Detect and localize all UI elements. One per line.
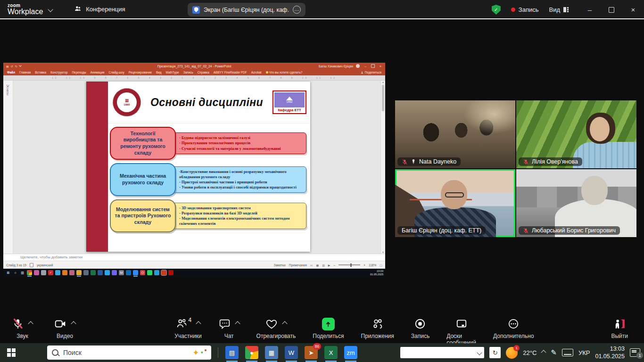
shared-screen-tab[interactable]: Экран (Багіш Єріцян (доц. каф. … <box>188 3 305 16</box>
tab-view[interactable]: Вид <box>156 71 162 74</box>
start-icon[interactable]: ⊞ <box>6 270 11 275</box>
audio-button[interactable]: Звук <box>12 318 33 339</box>
check-app-icon[interactable]: ✓ <box>48 270 53 275</box>
settings-icon[interactable] <box>83 270 89 275</box>
taskbar-clock[interactable]: 13:03 01.05.2025 <box>595 345 625 361</box>
tab-file[interactable]: Файл <box>7 71 15 74</box>
zoom-icon[interactable] <box>133 270 138 275</box>
word-icon[interactable] <box>98 270 103 275</box>
horizontal-ruler[interactable]: 12 · 11 · 10 · 9 · 8 · 7 · 6 · 5 · 4 · 3… <box>3 75 385 81</box>
tab-animations[interactable]: Анимация <box>91 71 105 74</box>
pen-icon[interactable]: ✎ <box>551 348 557 357</box>
tell-me-box[interactable]: Что вы хотите сделать? <box>266 71 303 74</box>
file-manager-icon[interactable]: ▤ <box>225 346 239 359</box>
participants-button[interactable]: 4 Участники <box>174 318 201 346</box>
onedrive-icon[interactable] <box>105 270 110 275</box>
action-center-icon[interactable]: 1 <box>630 348 640 357</box>
normal-view-icon[interactable]: ▭ <box>310 263 313 267</box>
scroll-down-icon[interactable]: ▼ <box>382 251 384 254</box>
excel-icon[interactable] <box>91 270 96 275</box>
taskbar-search[interactable]: Поиск ✦✦ <box>47 346 211 360</box>
word-icon[interactable]: W <box>285 346 298 359</box>
tab-acrobat[interactable]: Acrobat <box>251 71 262 74</box>
ppt-share-button[interactable]: Поделиться <box>361 71 381 74</box>
mail-icon[interactable] <box>55 270 60 275</box>
acrobat-icon[interactable] <box>168 270 173 275</box>
chrome-icon[interactable] <box>27 270 32 275</box>
ppt-close-button[interactable]: × <box>378 65 383 68</box>
printer-icon[interactable] <box>41 270 46 275</box>
temperature[interactable]: 22°C <box>523 349 537 356</box>
meeting-tab[interactable]: Конференция <box>74 5 125 13</box>
record-button[interactable]: Запись <box>411 318 429 346</box>
tab-transitions[interactable]: Переходы <box>72 71 86 74</box>
view-button[interactable]: Вид <box>549 6 569 13</box>
recording-indicator[interactable]: Запись <box>511 6 539 13</box>
chat-button[interactable]: Чат <box>219 318 239 346</box>
notes-toggle[interactable]: Заметки <box>273 263 285 267</box>
scrollbar-thumb[interactable] <box>382 85 384 111</box>
audio-options-chevron-icon[interactable] <box>28 321 33 326</box>
tab-home[interactable]: Главная <box>19 71 31 74</box>
chrome-icon[interactable]: ● <box>245 346 258 359</box>
excel-icon[interactable]: X <box>324 346 338 359</box>
tab-abbyy[interactable]: ABBYY FineReader PDF <box>214 71 247 74</box>
spellcheck-icon[interactable] <box>30 263 33 267</box>
video-options-chevron-icon[interactable] <box>71 321 76 326</box>
video-tile-liliya[interactable]: Лілія Овер'янова <box>516 100 636 168</box>
zoom-level[interactable]: 118% <box>369 263 376 267</box>
comments-toggle[interactable]: Примечания <box>289 263 307 267</box>
game-icon[interactable] <box>62 270 67 275</box>
powerpoint-icon[interactable] <box>161 270 166 275</box>
tab-design[interactable]: Конструктор <box>50 71 67 74</box>
close-button[interactable]: × <box>622 0 644 19</box>
weather-icon[interactable]: 1 <box>506 347 518 359</box>
task-view-icon[interactable]: ▥ <box>20 270 25 275</box>
slideshow-icon[interactable]: ▶ <box>328 263 330 267</box>
calculator-icon[interactable]: ▦ <box>265 346 278 359</box>
tab-review[interactable]: Рецензирование <box>129 71 152 74</box>
whatsapp-icon[interactable] <box>147 270 152 275</box>
zoom-slider[interactable] <box>339 264 360 265</box>
minimize-button[interactable]: – <box>579 0 601 19</box>
fit-to-window-icon[interactable]: ▢ <box>380 263 382 267</box>
tab-slideshow[interactable]: Слайд-шоу <box>109 71 124 74</box>
video-button[interactable]: Видео <box>54 318 75 339</box>
participants-chevron-icon[interactable] <box>196 321 201 326</box>
zoom-icon[interactable]: zm <box>344 346 357 359</box>
more-options-icon[interactable]: … <box>293 6 301 14</box>
outlook-icon[interactable] <box>126 270 131 275</box>
m-app-icon[interactable]: M <box>119 270 124 275</box>
paint-icon[interactable] <box>69 270 74 275</box>
start-button[interactable] <box>0 343 23 362</box>
leave-button[interactable]: Выйти <box>611 318 628 339</box>
apps-button[interactable]: Приложения <box>361 318 394 346</box>
thumbnails-pane[interactable]: Эскизы <box>3 81 13 254</box>
whiteboards-button[interactable]: Доски сообщений <box>446 318 476 346</box>
language-indicator[interactable]: УКР <box>578 349 590 356</box>
video-tile-nata[interactable]: Nata Dayneko <box>395 100 515 168</box>
video-tile-lyubarskiy[interactable]: Любарський Борис Григорович <box>516 169 636 237</box>
opera-icon[interactable]: O <box>140 270 145 275</box>
react-button[interactable]: Отреагировать <box>256 318 296 346</box>
photos-icon[interactable] <box>34 270 39 275</box>
refresh-icon[interactable]: ↻ <box>489 347 501 358</box>
tab-record[interactable]: Запись <box>183 71 193 74</box>
zoom-out-button[interactable]: – <box>333 263 335 267</box>
react-chevron-icon[interactable] <box>282 321 287 326</box>
zoom-in-button[interactable]: + <box>363 263 365 267</box>
workspace-chevron-down-icon[interactable] <box>48 7 53 12</box>
video-tile-bagish-active-speaker[interactable]: Багіш Єріцян (доц. каф. ЕТТ) <box>395 169 515 237</box>
zoom-slider-thumb[interactable] <box>350 263 352 267</box>
touch-keyboard-icon[interactable] <box>562 349 573 356</box>
tab-insert[interactable]: Вставка <box>35 71 46 74</box>
account-avatar[interactable] <box>356 64 360 68</box>
search-icon[interactable]: ○ <box>13 270 18 275</box>
inner-taskbar-clock[interactable]: 13:03 01.05.2025 <box>370 270 383 276</box>
tab-help[interactable]: Справка <box>198 71 209 74</box>
ppt-restore-button[interactable] <box>371 64 375 68</box>
chat-chevron-icon[interactable] <box>235 321 240 326</box>
address-toolbar[interactable] <box>400 347 484 358</box>
tab-mathtype[interactable]: MathType <box>166 71 179 74</box>
viber-icon[interactable] <box>112 270 117 275</box>
